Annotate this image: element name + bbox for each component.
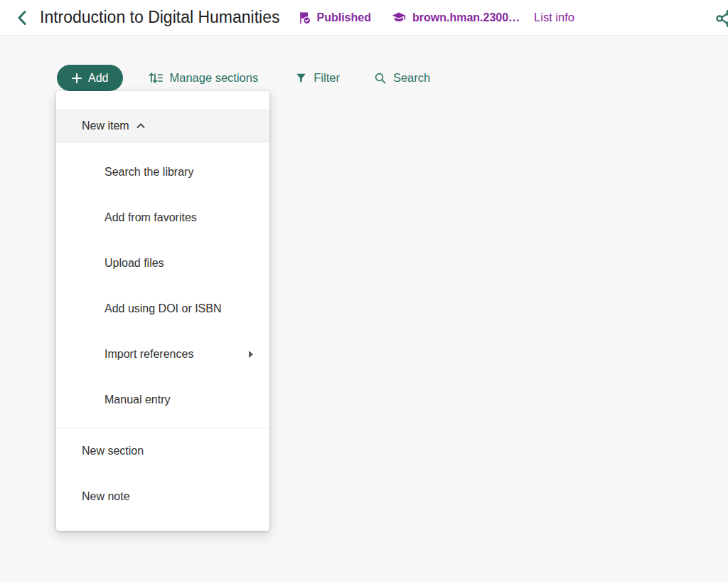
menu-item-manual-entry[interactable]: Manual entry — [56, 377, 269, 423]
search-icon — [374, 72, 387, 85]
filter-icon — [295, 72, 307, 84]
new-item-submenu: Search the library Add from favorites Up… — [56, 142, 269, 423]
share-icon — [714, 9, 728, 28]
menu-item-new-section[interactable]: New section — [56, 428, 269, 474]
list-toolbar: Add Manage sections Filter Search — [0, 36, 728, 91]
add-button[interactable]: Add — [57, 65, 123, 91]
add-dropdown-menu: New item Search the library Add from fav… — [56, 91, 269, 531]
published-label: Published — [317, 11, 371, 24]
menu-item-label: Import references — [105, 348, 193, 361]
menu-item-import-references[interactable]: Import references — [56, 332, 269, 377]
submenu-arrow-icon — [248, 350, 254, 359]
search-label: Search — [393, 71, 430, 85]
plus-icon — [72, 73, 82, 83]
graduation-cap-icon — [391, 11, 407, 25]
menu-item-label: Add from favorites — [105, 211, 197, 224]
menu-group-new-item[interactable]: New item — [56, 110, 269, 142]
menu-item-new-note[interactable]: New note — [56, 474, 269, 519]
manage-sections-button[interactable]: Manage sections — [149, 71, 258, 85]
menu-item-label: Upload files — [105, 257, 164, 270]
menu-item-label: New section — [82, 445, 144, 457]
manage-sections-label: Manage sections — [169, 71, 258, 85]
menu-item-label: Manual entry — [105, 393, 171, 406]
chevron-up-icon — [136, 123, 145, 129]
menu-item-label: Search the library — [105, 166, 193, 179]
menu-item-label: New note — [82, 490, 130, 503]
menu-item-label: Add using DOI or ISBN — [105, 302, 222, 315]
manage-sections-icon — [149, 71, 163, 85]
page-title: Introduction to Digital Humanities — [40, 8, 280, 27]
add-button-label: Add — [88, 72, 108, 85]
menu-item-add-from-favorites[interactable]: Add from favorites — [56, 195, 269, 240]
menu-item-add-using-doi-or-isbn[interactable]: Add using DOI or ISBN — [56, 286, 269, 332]
course-code-label: brown.hman.2300… — [412, 11, 520, 24]
filter-button[interactable]: Filter — [295, 71, 340, 85]
menu-item-search-the-library[interactable]: Search the library — [56, 149, 269, 195]
header: Introduction to Digital Humanities Publi… — [0, 0, 728, 36]
share-button[interactable] — [714, 9, 728, 31]
menu-item-upload-files[interactable]: Upload files — [56, 240, 269, 286]
filter-label: Filter — [314, 71, 340, 85]
chevron-left-icon — [14, 9, 30, 27]
published-badge: Published — [297, 11, 371, 25]
new-item-label: New item — [82, 120, 129, 132]
published-flag-icon — [297, 11, 311, 25]
course-code-badge[interactable]: brown.hman.2300… — [391, 11, 520, 25]
list-info-link[interactable]: List info — [534, 11, 574, 24]
search-button[interactable]: Search — [374, 71, 430, 85]
back-button[interactable] — [14, 9, 30, 27]
